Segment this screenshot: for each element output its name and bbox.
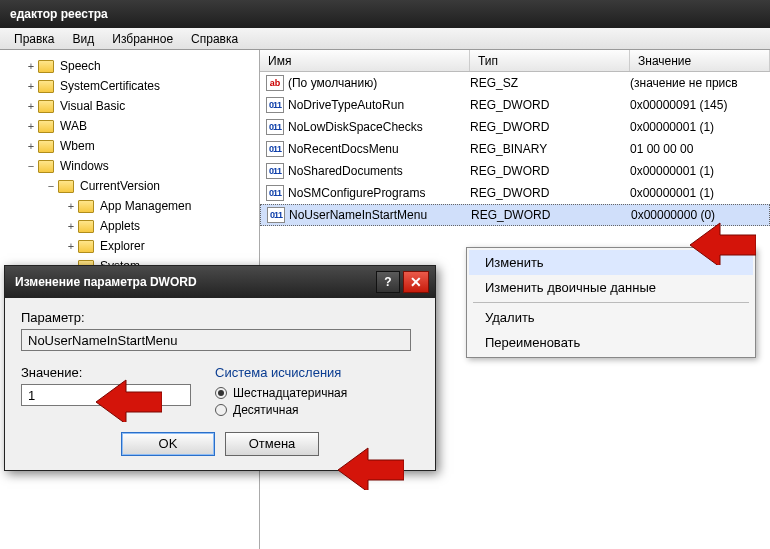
radix-group-label: Система исчисления <box>215 365 347 380</box>
folder-icon <box>38 140 54 153</box>
value-type: REG_DWORD <box>470 120 630 134</box>
col-value[interactable]: Значение <box>630 50 770 71</box>
binary-value-icon: 011 <box>266 119 284 135</box>
folder-icon <box>38 120 54 133</box>
binary-value-icon: 011 <box>267 207 285 223</box>
radix-dec[interactable]: Десятичная <box>215 403 347 417</box>
expander-icon[interactable]: + <box>64 200 78 212</box>
folder-icon <box>58 180 74 193</box>
window-title: едактор реестра <box>10 7 108 21</box>
value-type: REG_DWORD <box>470 186 630 200</box>
folder-icon <box>78 220 94 233</box>
help-button[interactable]: ? <box>376 271 400 293</box>
menu-edit[interactable]: Правка <box>6 29 63 49</box>
tree-label: SystemCertificates <box>58 78 162 94</box>
col-name[interactable]: Имя <box>260 50 470 71</box>
value-row[interactable]: 011NoSharedDocumentsREG_DWORD0x00000001 … <box>260 160 770 182</box>
radix-dec-label: Десятичная <box>233 403 299 417</box>
radio-icon <box>215 387 227 399</box>
value-data: 0x00000091 (145) <box>630 98 770 112</box>
value-data: 0x00000001 (1) <box>630 164 770 178</box>
tree-item[interactable]: +SystemCertificates <box>4 76 259 96</box>
value-name: NoLowDiskSpaceChecks <box>288 120 423 134</box>
folder-icon <box>38 80 54 93</box>
expander-icon[interactable]: − <box>44 180 58 192</box>
value-data: 0x00000001 (1) <box>630 120 770 134</box>
column-headers: Имя Тип Значение <box>260 50 770 72</box>
value-name: NoDriveTypeAutoRun <box>288 98 404 112</box>
value-name: (По умолчанию) <box>288 76 377 90</box>
value-type: REG_BINARY <box>470 142 630 156</box>
expander-icon[interactable]: + <box>64 240 78 252</box>
value-row[interactable]: 011NoDriveTypeAutoRunREG_DWORD0x00000091… <box>260 94 770 116</box>
context-menu-item[interactable]: Изменить двоичные данные <box>469 275 753 300</box>
context-menu-item[interactable]: Удалить <box>469 305 753 330</box>
col-type[interactable]: Тип <box>470 50 630 71</box>
close-button[interactable]: ✕ <box>403 271 429 293</box>
value-row[interactable]: 011NoLowDiskSpaceChecksREG_DWORD0x000000… <box>260 116 770 138</box>
tree-item[interactable]: +App Managemen <box>4 196 259 216</box>
context-menu-item[interactable]: Переименовать <box>469 330 753 355</box>
tree-item[interactable]: +Speech <box>4 56 259 76</box>
tree-item[interactable]: +Visual Basic <box>4 96 259 116</box>
folder-icon <box>38 60 54 73</box>
value-name: NoSMConfigurePrograms <box>288 186 425 200</box>
value-row[interactable]: 011NoSMConfigureProgramsREG_DWORD0x00000… <box>260 182 770 204</box>
radio-icon <box>215 404 227 416</box>
expander-icon[interactable]: + <box>24 120 38 132</box>
folder-icon <box>38 160 54 173</box>
expander-icon[interactable]: + <box>24 60 38 72</box>
tree-item[interactable]: +Explorer <box>4 236 259 256</box>
value-data: 0x00000001 (1) <box>630 186 770 200</box>
tree-item[interactable]: +Wbem <box>4 136 259 156</box>
tree-item[interactable]: +Applets <box>4 216 259 236</box>
tree-label: Speech <box>58 58 103 74</box>
svg-marker-0 <box>690 223 756 265</box>
value-data: (значение не присв <box>630 76 770 90</box>
expander-icon[interactable]: + <box>24 80 38 92</box>
param-field: NoUserNameInStartMenu <box>21 329 411 351</box>
expander-icon[interactable]: + <box>24 100 38 112</box>
ok-button[interactable]: OK <box>121 432 215 456</box>
expander-icon[interactable]: − <box>24 160 38 172</box>
window-titlebar: едактор реестра <box>0 0 770 28</box>
svg-marker-2 <box>338 448 404 490</box>
string-value-icon: ab <box>266 75 284 91</box>
value-name: NoRecentDocsMenu <box>288 142 399 156</box>
value-type: REG_DWORD <box>470 98 630 112</box>
radix-hex-label: Шестнадцатеричная <box>233 386 347 400</box>
tree-item[interactable]: −Windows <box>4 156 259 176</box>
value-type: REG_SZ <box>470 76 630 90</box>
cancel-button[interactable]: Отмена <box>225 432 319 456</box>
value-row[interactable]: 011NoRecentDocsMenuREG_BINARY01 00 00 00 <box>260 138 770 160</box>
tree-label: Applets <box>98 218 142 234</box>
folder-icon <box>38 100 54 113</box>
radix-hex[interactable]: Шестнадцатеричная <box>215 386 347 400</box>
tree-item[interactable]: −CurrentVersion <box>4 176 259 196</box>
value-data: 01 00 00 00 <box>630 142 770 156</box>
folder-icon <box>78 240 94 253</box>
binary-value-icon: 011 <box>266 97 284 113</box>
expander-icon[interactable]: + <box>24 140 38 152</box>
tree-label: Wbem <box>58 138 97 154</box>
value-name: NoUserNameInStartMenu <box>289 208 427 222</box>
binary-value-icon: 011 <box>266 141 284 157</box>
tree-label: WAB <box>58 118 89 134</box>
tree-item[interactable]: +WAB <box>4 116 259 136</box>
annotation-arrow-icon <box>338 440 404 490</box>
value-type: REG_DWORD <box>470 164 630 178</box>
tree-label: Visual Basic <box>58 98 127 114</box>
tree-label: Windows <box>58 158 111 174</box>
value-type: REG_DWORD <box>471 208 631 222</box>
annotation-arrow-icon <box>690 215 756 265</box>
menu-view[interactable]: Вид <box>65 29 103 49</box>
binary-value-icon: 011 <box>266 163 284 179</box>
tree-label: CurrentVersion <box>78 178 162 194</box>
value-name: NoSharedDocuments <box>288 164 403 178</box>
expander-icon[interactable]: + <box>64 220 78 232</box>
binary-value-icon: 011 <box>266 185 284 201</box>
menubar: Правка Вид Избранное Справка <box>0 28 770 50</box>
menu-favorites[interactable]: Избранное <box>104 29 181 49</box>
value-row[interactable]: ab(По умолчанию)REG_SZ(значение не присв <box>260 72 770 94</box>
menu-help[interactable]: Справка <box>183 29 246 49</box>
